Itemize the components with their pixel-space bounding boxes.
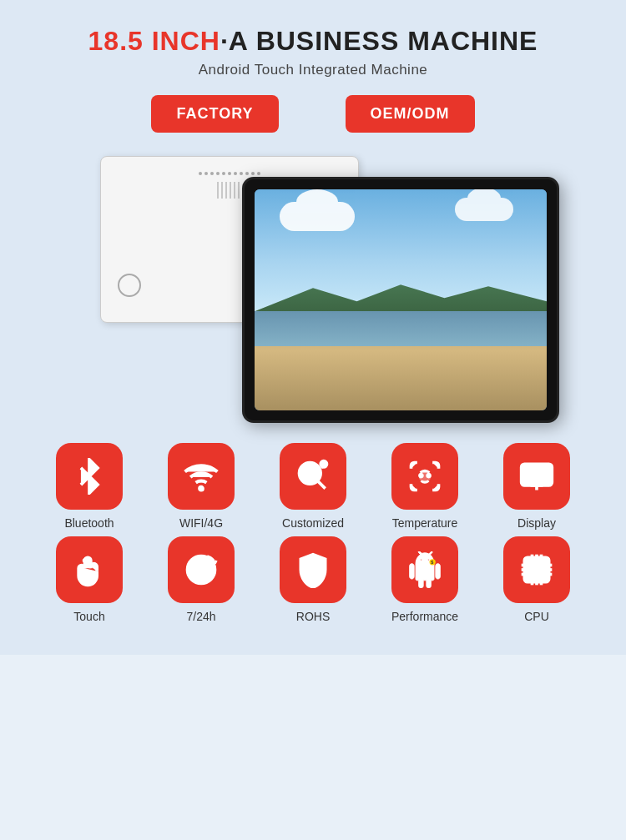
cpu-icon bbox=[518, 551, 555, 588]
feature-icon-touch bbox=[56, 536, 123, 603]
feature-label-touch: Touch bbox=[73, 610, 104, 623]
screen-sky bbox=[255, 189, 547, 311]
feature-label-rohs: ROHS bbox=[296, 610, 330, 623]
svg-point-5 bbox=[420, 475, 422, 477]
feature-wifi: WIFI/4G bbox=[151, 443, 251, 530]
svg-point-3 bbox=[321, 461, 326, 467]
features-section: Bluetooth WIFI/4G bbox=[17, 443, 609, 623]
svg-rect-20 bbox=[524, 558, 548, 582]
title-separator: · bbox=[220, 26, 229, 56]
feature-icon-247: 24 bbox=[168, 536, 235, 603]
badges-row: FACTORY OEM/ODM bbox=[17, 95, 609, 133]
feature-rohs: ROHS bbox=[263, 536, 363, 623]
feature-icon-temperature bbox=[391, 443, 458, 510]
feature-247: 24 7/24h bbox=[151, 536, 251, 623]
speaker-dots bbox=[199, 172, 260, 175]
title-black: A BUSINESS MACHINE bbox=[229, 26, 538, 56]
screen-water bbox=[255, 311, 547, 346]
feature-cpu: CPU bbox=[487, 536, 587, 623]
speaker-grill bbox=[217, 182, 242, 199]
feature-icon-performance: $ bbox=[391, 536, 458, 603]
feature-label-customized: Customized bbox=[282, 516, 344, 530]
feature-label-bluetooth: Bluetooth bbox=[64, 516, 114, 530]
gear-search-icon bbox=[295, 458, 331, 495]
wifi-icon bbox=[183, 458, 220, 495]
svg-text:24: 24 bbox=[193, 575, 203, 584]
svg-text:HD: HD bbox=[528, 470, 543, 482]
feature-label-display: Display bbox=[517, 516, 556, 530]
feature-label-performance: Performance bbox=[391, 610, 458, 623]
cloud1 bbox=[280, 202, 355, 231]
device-area bbox=[17, 148, 609, 423]
feature-touch: Touch bbox=[39, 536, 139, 623]
features-row-1: Bluetooth WIFI/4G bbox=[17, 443, 609, 530]
clock-24-icon: 24 bbox=[183, 551, 220, 588]
feature-bluetooth: Bluetooth bbox=[39, 443, 139, 530]
svg-text:$: $ bbox=[431, 560, 433, 565]
svg-point-11 bbox=[84, 560, 86, 561]
feature-icon-display: HD bbox=[503, 443, 570, 510]
hd-icon: HD bbox=[518, 458, 555, 495]
svg-point-0 bbox=[199, 487, 203, 490]
feature-label-247: 7/24h bbox=[186, 610, 215, 623]
feature-icon-bluetooth bbox=[56, 443, 123, 510]
feature-label-temperature: Temperature bbox=[392, 516, 458, 530]
oem-badge[interactable]: OEM/ODM bbox=[346, 95, 475, 133]
features-row-2: Touch 24 7/24h bbox=[17, 536, 609, 623]
back-circle bbox=[118, 274, 141, 297]
feature-temperature: Temperature bbox=[375, 443, 475, 530]
android-icon: $ bbox=[406, 551, 443, 588]
feature-icon-wifi bbox=[168, 443, 235, 510]
cloud2 bbox=[455, 198, 513, 221]
feature-performance: $ Performance bbox=[375, 536, 475, 623]
page-container: 18.5 INCH·A BUSINESS MACHINE Android Tou… bbox=[0, 0, 626, 655]
header: 18.5 INCH·A BUSINESS MACHINE Android Tou… bbox=[17, 25, 609, 78]
screen-mountain bbox=[255, 278, 547, 311]
factory-badge[interactable]: FACTORY bbox=[151, 95, 278, 133]
feature-icon-rohs bbox=[280, 536, 346, 603]
feature-label-wifi: WIFI/4G bbox=[179, 516, 223, 530]
subtitle: Android Touch Integrated Machine bbox=[17, 62, 609, 78]
feature-icon-cpu bbox=[503, 536, 570, 603]
face-scan-icon bbox=[406, 458, 443, 495]
screen-beach bbox=[255, 311, 547, 410]
feature-label-cpu: CPU bbox=[524, 610, 549, 623]
main-title: 18.5 INCH·A BUSINESS MACHINE bbox=[17, 25, 609, 57]
shield-icon bbox=[295, 551, 331, 588]
device-front bbox=[242, 177, 559, 423]
bluetooth-icon bbox=[71, 458, 108, 495]
feature-display: HD Display bbox=[487, 443, 587, 530]
svg-point-6 bbox=[427, 475, 430, 477]
title-red: 18.5 INCH bbox=[88, 26, 220, 56]
feature-customized: Customized bbox=[263, 443, 363, 530]
feature-icon-customized bbox=[280, 443, 346, 510]
device-screen bbox=[255, 189, 547, 410]
touch-icon bbox=[71, 551, 108, 588]
